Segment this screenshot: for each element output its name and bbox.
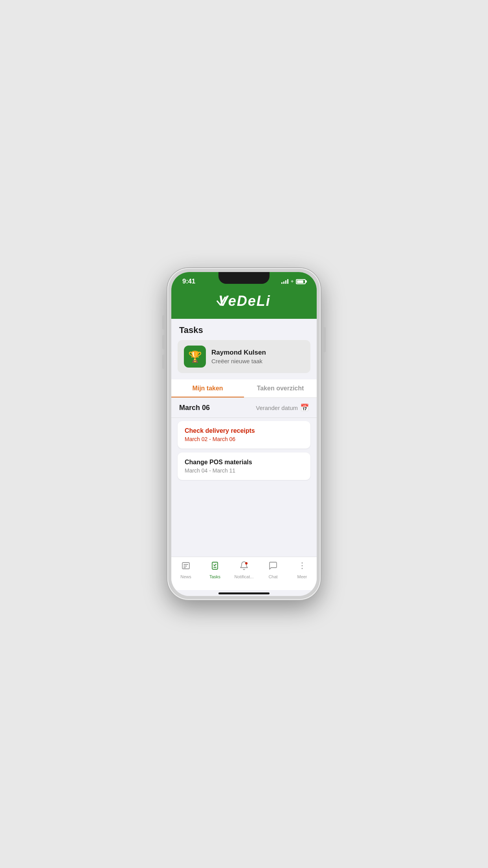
task-date-1: March 02 - March 06 — [185, 436, 303, 442]
task-card-2[interactable]: Change POS materials March 04 - March 11 — [178, 452, 310, 480]
calendar-icon: 📅 — [300, 403, 309, 412]
svg-point-9 — [302, 565, 303, 566]
svg-point-7 — [245, 562, 248, 565]
date-change-button[interactable]: Verander datum 📅 — [256, 403, 309, 412]
signal-icon — [281, 279, 288, 284]
nav-label-news: News — [180, 574, 191, 579]
tasks-list: Check delivery receipts March 02 - March… — [171, 418, 317, 483]
task-date-2: March 04 - March 11 — [185, 467, 303, 474]
tab-taken-overzicht[interactable]: Taken overzicht — [244, 379, 317, 397]
tabs-container: Mijn taken Taken overzicht — [171, 379, 317, 398]
phone-screen: 9:41 ⌖ VeDeLi Tasks — [171, 272, 317, 596]
home-bar — [218, 592, 270, 594]
chat-icon — [268, 561, 278, 573]
app-header: VeDeLi — [171, 289, 317, 319]
status-time: 9:41 — [182, 278, 195, 285]
svg-text:VeDeLi: VeDeLi — [218, 293, 271, 309]
empty-space — [171, 483, 317, 557]
task-title-1: Check delivery receipts — [185, 427, 303, 434]
nav-item-meer[interactable]: Meer — [288, 561, 317, 579]
battery-icon — [296, 279, 306, 284]
svg-rect-1 — [182, 563, 189, 569]
bottom-nav: News Tasks — [171, 557, 317, 590]
date-section: March 06 Verander datum 📅 — [171, 398, 317, 417]
notch — [218, 272, 270, 284]
user-avatar-emoji: 🏆 — [188, 350, 202, 363]
nav-label-notifications: Notificat... — [235, 574, 254, 579]
nav-item-notifications[interactable]: Notificat... — [229, 561, 259, 579]
tab-mijn-taken[interactable]: Mijn taken — [171, 379, 244, 397]
date-change-label: Verander datum — [256, 405, 298, 411]
wifi-icon: ⌖ — [291, 278, 294, 285]
nav-item-news[interactable]: News — [171, 561, 200, 579]
section-title: Tasks — [171, 319, 317, 340]
date-label: March 06 — [179, 404, 210, 412]
user-name: Raymond Kulsen — [211, 349, 304, 357]
user-card[interactable]: 🏆 Raymond Kulsen Creëer nieuwe taak — [178, 340, 310, 373]
vedeli-logo-svg: VeDeLi — [216, 292, 272, 309]
more-icon — [297, 561, 307, 573]
user-subtitle: Creëer nieuwe taak — [211, 358, 304, 364]
svg-point-10 — [302, 568, 303, 569]
phone-frame: 9:41 ⌖ VeDeLi Tasks — [167, 268, 321, 600]
nav-label-tasks: Tasks — [209, 574, 220, 579]
user-avatar: 🏆 — [184, 346, 206, 368]
user-info: Raymond Kulsen Creëer nieuwe taak — [211, 349, 304, 364]
news-icon — [181, 561, 191, 573]
task-card-1[interactable]: Check delivery receipts March 02 - March… — [178, 421, 310, 449]
home-indicator — [171, 590, 317, 596]
status-icons: ⌖ — [281, 278, 306, 285]
bell-icon — [239, 561, 249, 573]
vedeli-logo: VeDeLi — [216, 292, 272, 312]
svg-point-8 — [302, 563, 303, 564]
nav-label-meer: Meer — [297, 574, 307, 579]
task-title-2: Change POS materials — [185, 459, 303, 466]
main-content: Tasks 🏆 Raymond Kulsen Creëer nieuwe taa… — [171, 319, 317, 557]
nav-item-chat[interactable]: Chat — [259, 561, 288, 579]
tasks-icon — [210, 561, 220, 573]
nav-label-chat: Chat — [268, 574, 277, 579]
battery-fill — [297, 280, 303, 283]
nav-item-tasks[interactable]: Tasks — [200, 561, 229, 579]
